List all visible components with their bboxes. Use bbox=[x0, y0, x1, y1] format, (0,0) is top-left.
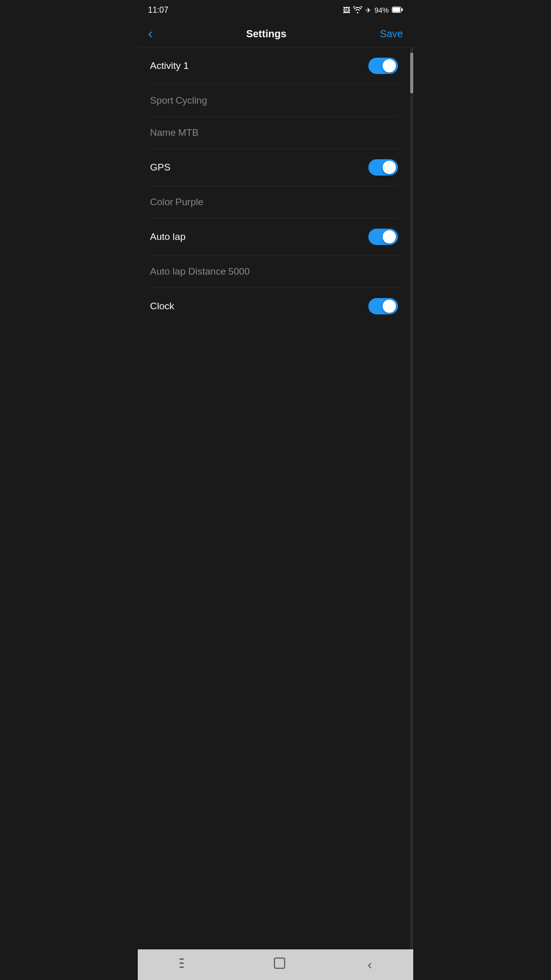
home-icon bbox=[274, 958, 285, 972]
setting-label-clock: Clock bbox=[150, 301, 174, 312]
toggle-thumb-clock bbox=[383, 300, 396, 313]
svg-rect-6 bbox=[274, 958, 285, 968]
setting-item-clock: Clock bbox=[150, 288, 398, 325]
scrollbar-thumb bbox=[410, 53, 413, 93]
svg-rect-1 bbox=[393, 8, 400, 12]
wifi-icon bbox=[353, 6, 362, 15]
toggle-clock[interactable] bbox=[368, 298, 398, 314]
status-time: 11:07 bbox=[148, 6, 168, 15]
content-wrapper: Activity 1 Sport Cycling Name MTB GPS bbox=[138, 47, 413, 949]
setting-item-name: Name MTB bbox=[150, 117, 398, 149]
setting-item-activity1: Activity 1 bbox=[150, 47, 398, 85]
setting-value-color: Purple bbox=[176, 197, 204, 207]
setting-item-autolap: Auto lap bbox=[150, 218, 398, 256]
setting-row-activity1: Activity 1 bbox=[150, 58, 398, 74]
setting-item-color: Color Purple bbox=[150, 186, 398, 218]
battery-percentage: 94% bbox=[374, 6, 389, 14]
status-icons: 🖼 ✈ 94% bbox=[343, 6, 403, 15]
setting-value-name: MTB bbox=[178, 127, 198, 138]
back-button[interactable]: ‹ bbox=[148, 27, 153, 41]
setting-item-autolapdistance: Auto lap Distance 5000 bbox=[150, 256, 398, 288]
save-button[interactable]: Save bbox=[380, 28, 403, 40]
airplane-icon: ✈ bbox=[365, 6, 371, 14]
setting-value-sport: Cycling bbox=[176, 95, 207, 106]
toggle-activity1[interactable] bbox=[368, 58, 398, 74]
back-nav-button[interactable]: ‹ bbox=[357, 953, 382, 977]
toggle-gps[interactable] bbox=[368, 159, 398, 176]
setting-row-autolap: Auto lap bbox=[150, 229, 398, 245]
svg-rect-2 bbox=[402, 9, 403, 11]
top-nav: ‹ Settings Save bbox=[138, 20, 413, 47]
setting-value-autolapdistance: 5000 bbox=[228, 266, 249, 277]
photo-icon: 🖼 bbox=[343, 6, 350, 14]
toggle-thumb-activity1 bbox=[383, 59, 396, 72]
setting-label-name: Name bbox=[150, 127, 176, 138]
setting-label-gps: GPS bbox=[150, 162, 170, 173]
setting-label-autolapdistance: Auto lap Distance bbox=[150, 266, 226, 277]
toggle-thumb-autolap bbox=[383, 230, 396, 243]
menu-button[interactable] bbox=[169, 954, 202, 975]
setting-item-gps: GPS bbox=[150, 149, 398, 186]
toggle-autolap[interactable] bbox=[368, 229, 398, 245]
battery-icon bbox=[392, 6, 403, 14]
setting-label-autolap: Auto lap bbox=[150, 231, 186, 242]
status-bar: 11:07 🖼 ✈ 94% bbox=[138, 0, 413, 20]
setting-label-activity1: Activity 1 bbox=[150, 60, 189, 71]
bottom-nav: ‹ bbox=[138, 949, 413, 980]
setting-item-sport: Sport Cycling bbox=[150, 85, 398, 117]
toggle-thumb-gps bbox=[383, 161, 396, 174]
setting-row-gps: GPS bbox=[150, 159, 398, 176]
menu-icon bbox=[179, 958, 191, 971]
scrollbar-track bbox=[410, 47, 413, 949]
settings-list: Activity 1 Sport Cycling Name MTB GPS bbox=[138, 47, 410, 949]
setting-row-clock: Clock bbox=[150, 298, 398, 314]
page-title: Settings bbox=[246, 28, 286, 40]
setting-label-sport: Sport bbox=[150, 95, 173, 106]
home-button[interactable] bbox=[264, 953, 295, 976]
back-nav-icon: ‹ bbox=[367, 957, 372, 973]
setting-label-color: Color bbox=[150, 197, 173, 207]
